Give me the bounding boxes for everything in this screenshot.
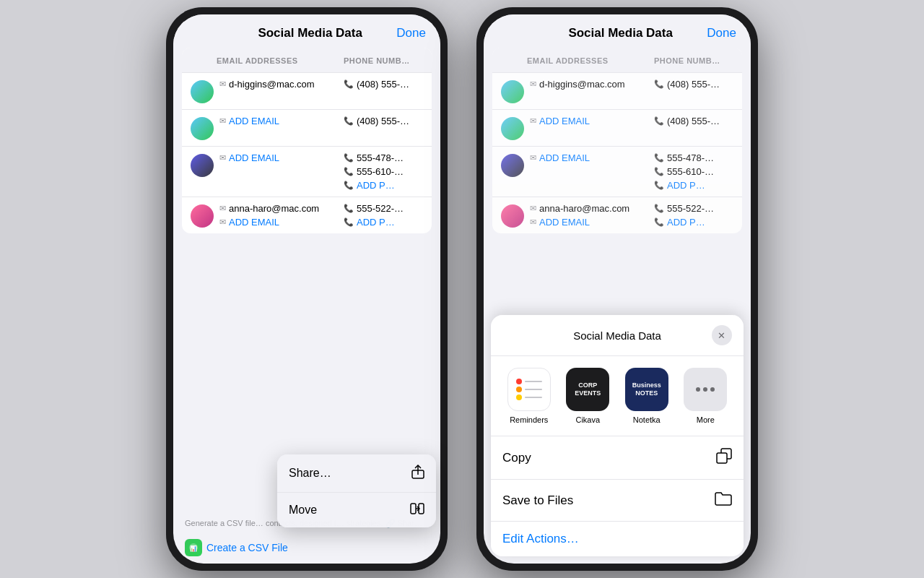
- svg-rect-4: [411, 504, 416, 514]
- close-share-sheet-button[interactable]: ✕: [712, 325, 732, 345]
- phone-text-3b: 555-610-…: [357, 166, 404, 177]
- email-row-4a: ✉ anna-haro@mac.com: [219, 203, 344, 214]
- table-row: ✉ d-higgins@mac.com 📞 (408) 555-…: [182, 73, 432, 110]
- phone-text-2-1: (408) 555-…: [667, 79, 720, 90]
- phone-text-2-3b: 555-610-…: [667, 166, 714, 177]
- email-text-2-4: anna-haro@mac.com: [539, 203, 629, 214]
- email-icon-1: ✉: [219, 79, 226, 89]
- col-phone-label-2: PHONE NUMB…: [654, 56, 720, 65]
- phone-2: Social Media Data Done EMAIL ADDRESSES P…: [476, 7, 758, 571]
- email-row-2-1: ✉ d-higgins@mac.com: [530, 79, 654, 90]
- email-col-2-4: ✉ anna-haro@mac.com ✉ ADD EMAIL: [530, 203, 654, 228]
- create-csv-text-1: Create a CSV File: [206, 542, 288, 553]
- share-menu-item[interactable]: Share…: [277, 454, 436, 493]
- add-phone-link-2-3[interactable]: ADD P…: [667, 180, 705, 191]
- reminders-label: Reminders: [510, 415, 548, 424]
- avatar-3: [191, 154, 214, 177]
- avatar-2-4: [501, 204, 524, 228]
- phone-icon-1: 📞: [344, 79, 354, 89]
- phone-row-3c: 📞 ADD P…: [344, 180, 423, 191]
- phone-icon-3c: 📞: [344, 181, 354, 190]
- move-icon: [410, 503, 424, 517]
- email-row-4b: ✉ ADD EMAIL: [219, 217, 344, 228]
- reminders-icon: [507, 368, 551, 411]
- phone-col-2-3: 📞 555-478-… 📞 555-610-… 📞 ADD P…: [654, 152, 733, 191]
- page-title-2: Social Media Data: [568, 26, 673, 40]
- edit-actions-row: Edit Actions…: [491, 522, 744, 556]
- col-email-label-2: EMAIL ADDRESSES: [527, 56, 609, 65]
- email-icon-2-1: ✉: [530, 79, 536, 89]
- table-row: ✉ ADD EMAIL 📞 (408) 555-…: [182, 110, 432, 147]
- share-app-cikava[interactable]: CORPEVENTS Cikava: [566, 368, 609, 424]
- col-email-label-1: EMAIL ADDRESSES: [217, 56, 298, 65]
- phone-icon-2-3c: 📞: [654, 181, 664, 190]
- phone-col-2-2: 📞 (408) 555-…: [654, 116, 733, 126]
- phone-row-2-3b: 📞 555-610-…: [654, 166, 733, 177]
- email-col-2: ✉ ADD EMAIL: [219, 116, 344, 126]
- add-phone-link-2-4[interactable]: ADD P…: [667, 217, 705, 228]
- email-col-2-3: ✉ ADD EMAIL: [530, 152, 654, 163]
- phone-icon-3a: 📞: [344, 153, 354, 163]
- share-sheet-header: Social Media Data ✕: [491, 315, 744, 356]
- phone-text-3a: 555-478-…: [357, 152, 404, 163]
- create-csv-link-1[interactable]: 📊 Create a CSV File: [173, 535, 440, 564]
- edit-actions-link[interactable]: Edit Actions…: [502, 532, 579, 545]
- email-icon-4a: ✉: [219, 204, 226, 213]
- add-phone-link-3[interactable]: ADD P…: [357, 180, 395, 191]
- done-button-2[interactable]: Done: [707, 26, 736, 40]
- phone-icon-4a: 📞: [344, 204, 354, 213]
- email-icon-2-4b: ✉: [530, 217, 536, 227]
- share-sheet-title: Social Media Data: [573, 329, 661, 342]
- col-phone-label-1: PHONE NUMB…: [344, 56, 410, 65]
- add-email-link-3[interactable]: ADD EMAIL: [229, 152, 279, 163]
- email-row-2: ✉ ADD EMAIL: [219, 116, 344, 126]
- phone-1: Social Media Data Done EMAIL ADDRESSES P…: [166, 7, 448, 571]
- phone-col-4: 📞 555-522-… 📞 ADD P…: [344, 203, 423, 228]
- add-email-link-4[interactable]: ADD EMAIL: [229, 217, 279, 228]
- close-icon: ✕: [718, 330, 725, 341]
- phone-icon-2-3b: 📞: [654, 167, 664, 176]
- notetka-label: Notetka: [633, 415, 661, 424]
- cikava-label: Cikava: [575, 415, 600, 424]
- email-text-4: anna-haro@mac.com: [229, 203, 319, 214]
- add-email-link-2-2[interactable]: ADD EMAIL: [539, 116, 590, 126]
- corp-events-icon: CORPEVENTS: [566, 368, 609, 411]
- share-app-more[interactable]: More: [684, 368, 727, 424]
- add-email-link-2-4[interactable]: ADD EMAIL: [539, 217, 590, 228]
- phone-row-2-4b: 📞 ADD P…: [654, 217, 733, 228]
- phone-text-4a: 555-522-…: [357, 203, 404, 214]
- phone-row-1: 📞 (408) 555-…: [344, 79, 423, 90]
- save-to-files-label: Save to Files: [502, 493, 573, 508]
- add-phone-link-4[interactable]: ADD P…: [357, 217, 395, 228]
- csv-icon-1: 📊: [185, 539, 202, 556]
- phone-icon-2-4b: 📞: [654, 217, 664, 227]
- email-row-2-4a: ✉ anna-haro@mac.com: [530, 203, 654, 214]
- email-row-2-3: ✉ ADD EMAIL: [530, 152, 654, 163]
- phone-icon-3b: 📞: [344, 167, 354, 176]
- table-row: ✉ ADD EMAIL 📞 555-478-… 📞 555-610-…: [492, 147, 742, 197]
- phone-row-4a: 📞 555-522-…: [344, 203, 423, 214]
- email-row-2-4b: ✉ ADD EMAIL: [530, 217, 654, 228]
- table-row: ✉ ADD EMAIL 📞 (408) 555-…: [492, 110, 742, 147]
- email-icon-3: ✉: [219, 153, 226, 163]
- table-header-2: EMAIL ADDRESSES PHONE NUMB…: [492, 48, 742, 73]
- phone-row-3a: 📞 555-478-…: [344, 152, 423, 163]
- email-col-3: ✉ ADD EMAIL: [219, 152, 344, 163]
- phone-icon-2-3a: 📞: [654, 153, 664, 163]
- move-menu-item[interactable]: Move: [277, 493, 436, 527]
- phone-row-2-3a: 📞 555-478-…: [654, 152, 733, 163]
- add-email-link-2[interactable]: ADD EMAIL: [229, 116, 279, 126]
- phone-icon-2a: 📞: [344, 116, 354, 126]
- copy-action-row[interactable]: Copy: [491, 436, 744, 480]
- add-email-link-2-3[interactable]: ADD EMAIL: [539, 152, 590, 163]
- email-row-2-2: ✉ ADD EMAIL: [530, 116, 654, 126]
- share-app-reminders[interactable]: Reminders: [507, 368, 551, 424]
- done-button-1[interactable]: Done: [396, 26, 426, 40]
- email-col-2-2: ✉ ADD EMAIL: [530, 116, 654, 126]
- phone-1-screen: Social Media Data Done EMAIL ADDRESSES P…: [173, 14, 440, 564]
- save-to-files-action-row[interactable]: Save to Files: [491, 480, 744, 522]
- contact-table-area-1: EMAIL ADDRESSES PHONE NUMB… ✉ d-higgins@…: [173, 48, 440, 239]
- phone-row-4b: 📞 ADD P…: [344, 217, 423, 228]
- share-app-notetka[interactable]: BusinessNOTES Notetka: [625, 368, 668, 424]
- phone-text-2a: (408) 555-…: [357, 116, 409, 126]
